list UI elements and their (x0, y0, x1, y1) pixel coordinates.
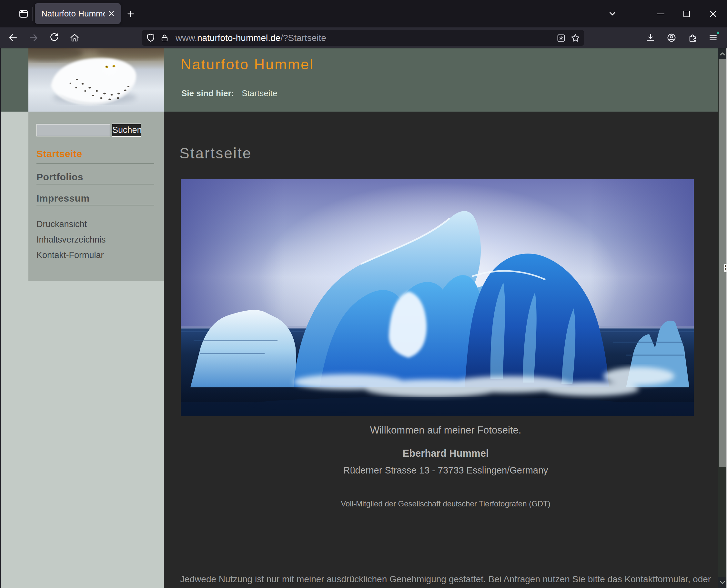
address-line: Rüderner Strasse 13 - 73733 Esslingen/Ge… (180, 465, 712, 476)
sidebar-item-portfolios[interactable]: Portfolios (37, 172, 83, 183)
browser-toolbar: www.naturfoto-hummel.de/?Startseite (0, 27, 727, 48)
window-close-button[interactable] (704, 4, 723, 23)
tab-list-chevron-icon[interactable] (603, 4, 622, 23)
membership-line: Voll-Mitglied der Gesellschaft deutscher… (180, 499, 712, 508)
extensions-icon[interactable] (685, 30, 700, 45)
url-path: /?Startseite (281, 33, 326, 43)
url-bar[interactable]: www.naturfoto-hummel.de/?Startseite (142, 30, 584, 46)
edge-artifact (724, 264, 727, 272)
sidebar: Suchen Startseite Portfolios Impressum D… (28, 111, 164, 281)
scrollbar[interactable] (718, 48, 727, 588)
scroll-down-icon[interactable] (718, 577, 727, 588)
menu-hamburger-icon[interactable] (705, 30, 721, 45)
window-minimize-button[interactable] (651, 4, 670, 23)
browser-titlebar: Naturfoto Hummel - Startseite (0, 0, 727, 27)
breadcrumb-current: Startseite (242, 88, 277, 98)
breadcrumb: Sie sind hier:Startseite (181, 88, 277, 98)
tab-title: Naturfoto Hummel - Startseite (41, 9, 105, 19)
welcome-text: Willkommen auf meiner Fotoseite. (180, 424, 712, 436)
back-button[interactable] (5, 30, 21, 45)
tab-close-icon[interactable] (105, 7, 118, 20)
main-content: Startseite (164, 111, 718, 588)
search-input[interactable] (37, 124, 110, 136)
downloads-icon[interactable] (643, 30, 658, 45)
owner-name: Eberhard Hummel (180, 448, 712, 459)
sidebar-divider (37, 184, 154, 185)
home-button[interactable] (67, 30, 82, 45)
sidebar-item-impressum[interactable]: Impressum (37, 193, 90, 204)
bookmark-star-icon[interactable] (570, 33, 580, 43)
tab-naturfoto-hummel[interactable]: Naturfoto Hummel - Startseite (35, 3, 121, 24)
window-maximize-button[interactable] (677, 4, 696, 23)
sidebar-divider (37, 163, 154, 164)
search-button[interactable]: Suchen (112, 124, 141, 137)
url-subdomain: www. (175, 33, 197, 43)
tracking-shield-icon[interactable] (146, 33, 155, 43)
page-title: Startseite (180, 145, 252, 162)
breadcrumb-label: Sie sind hier: (181, 88, 234, 98)
tab-separator (32, 7, 33, 21)
iceberg-photo (181, 179, 694, 416)
update-notification-dot (716, 30, 720, 35)
sidebar-item-startseite[interactable]: Startseite (37, 148, 82, 159)
new-tab-button[interactable] (124, 7, 138, 21)
url-text: www.naturfoto-hummel.de/?Startseite (175, 33, 326, 43)
snowy-owl-photo (28, 48, 164, 111)
sidebar-link-inhaltsverzeichnis[interactable]: Inhaltsverzeichnis (37, 235, 106, 245)
save-page-icon[interactable] (556, 33, 566, 43)
forward-button[interactable] (26, 30, 41, 45)
usage-note: Jedwede Nutzung ist nur mit meiner ausdr… (180, 574, 711, 585)
account-icon[interactable] (664, 30, 679, 45)
sidebar-divider (37, 205, 154, 206)
page-viewport: Naturfoto Hummel Sie sind hier:Startseit… (0, 48, 727, 588)
window-left-edge (0, 48, 1, 588)
scroll-up-icon[interactable] (718, 48, 727, 59)
reload-button[interactable] (46, 30, 62, 45)
url-domain: naturfoto-hummel.de (197, 33, 281, 43)
sidebar-link-kontakt-formular[interactable]: Kontakt-Formular (37, 250, 104, 260)
sidebar-link-druckansicht[interactable]: Druckansicht (37, 219, 87, 229)
site-title: Naturfoto Hummel (181, 56, 314, 73)
firefox-view-icon[interactable] (17, 7, 30, 21)
lock-icon[interactable] (160, 34, 169, 43)
